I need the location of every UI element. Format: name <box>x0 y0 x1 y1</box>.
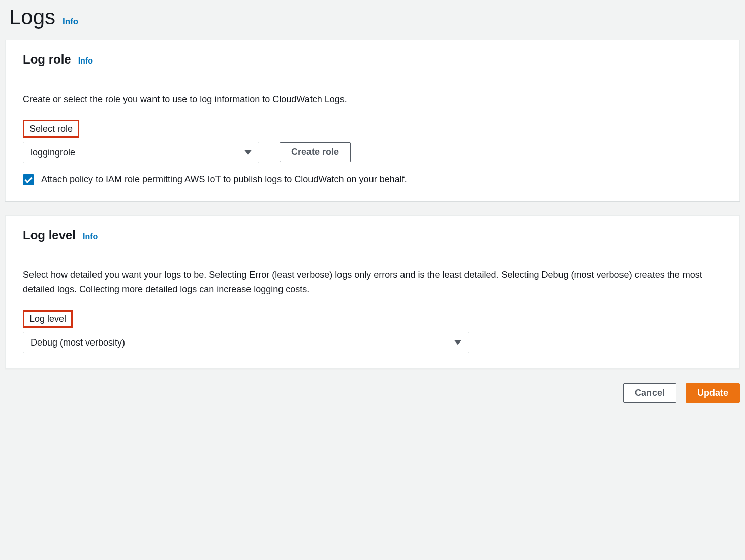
log-level-dropdown[interactable]: Debug (most verbosity) <box>23 332 469 353</box>
log-role-panel-header: Log role Info <box>6 40 739 79</box>
log-level-label-highlight: Log level <box>23 310 73 328</box>
update-button[interactable]: Update <box>686 383 740 403</box>
log-role-title: Log role <box>23 52 71 67</box>
select-role-label-highlight: Select role <box>23 120 79 138</box>
log-level-label: Log level <box>29 314 66 324</box>
attach-policy-checkbox[interactable] <box>23 174 34 185</box>
page-info-link[interactable]: Info <box>63 17 78 27</box>
select-role-label: Select role <box>29 123 73 134</box>
log-level-title: Log level <box>23 228 76 242</box>
page-title: Logs <box>9 5 55 29</box>
attach-policy-label: Attach policy to IAM role permitting AWS… <box>41 174 407 185</box>
attach-policy-row: Attach policy to IAM role permitting AWS… <box>23 174 722 185</box>
create-role-button[interactable]: Create role <box>280 142 351 162</box>
log-role-panel-body: Create or select the role you want to us… <box>6 79 739 201</box>
select-role-dropdown[interactable]: loggingrole <box>23 142 259 163</box>
log-level-info-link[interactable]: Info <box>83 232 98 241</box>
log-role-description: Create or select the role you want to us… <box>23 92 722 107</box>
log-level-select-wrapper: Debug (most verbosity) <box>23 332 469 353</box>
actions-row: Cancel Update <box>0 383 745 413</box>
select-role-wrapper: loggingrole <box>23 142 259 163</box>
page-header: Logs Info <box>0 0 745 40</box>
log-role-info-link[interactable]: Info <box>78 56 93 66</box>
log-level-panel-header: Log level Info <box>6 216 739 255</box>
log-role-panel: Log role Info Create or select the role … <box>5 40 740 201</box>
log-level-panel-body: Select how detailed you want your logs t… <box>6 255 739 368</box>
cancel-button[interactable]: Cancel <box>623 383 676 403</box>
select-role-row: loggingrole Create role <box>23 142 722 163</box>
log-level-panel: Log level Info Select how detailed you w… <box>5 215 740 369</box>
log-level-description: Select how detailed you want your logs t… <box>23 268 722 297</box>
